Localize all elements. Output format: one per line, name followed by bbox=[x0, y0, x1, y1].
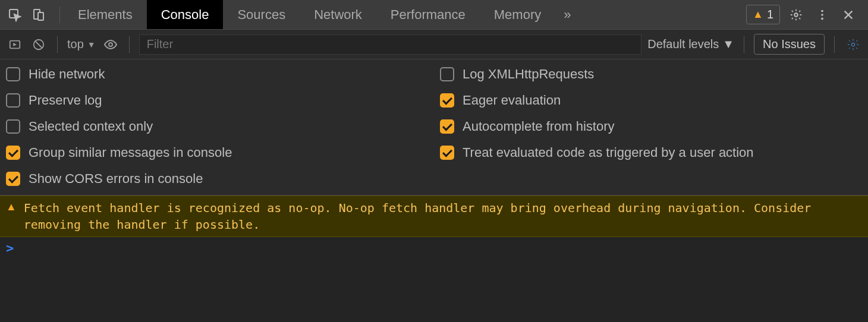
checkbox[interactable] bbox=[440, 67, 454, 81]
setting-label: Eager evaluation bbox=[463, 93, 561, 108]
warning-icon: ▲ bbox=[753, 8, 763, 21]
kebab-menu-icon[interactable] bbox=[812, 5, 832, 25]
setting-selected-context[interactable]: Selected context only bbox=[6, 119, 428, 134]
separator bbox=[59, 7, 60, 23]
separator bbox=[834, 36, 835, 53]
chevron-down-icon: ▼ bbox=[87, 40, 96, 49]
levels-label: Default levels bbox=[647, 37, 719, 51]
devtools-tabbar: Elements Console Sources Network Perform… bbox=[0, 0, 868, 30]
live-expression-icon[interactable] bbox=[102, 36, 119, 53]
setting-label: Treat evaluated code as triggered by a u… bbox=[463, 145, 754, 160]
close-icon[interactable] bbox=[838, 5, 858, 25]
context-label: top bbox=[67, 37, 84, 51]
svg-rect-2 bbox=[38, 12, 43, 20]
separator bbox=[744, 36, 744, 53]
warnings-count: 1 bbox=[767, 8, 773, 21]
log-levels-selector[interactable]: Default levels ▼ bbox=[647, 37, 734, 51]
prompt-caret-icon: > bbox=[6, 241, 14, 255]
clear-console-icon[interactable] bbox=[30, 36, 48, 53]
setting-log-xhr[interactable]: Log XMLHttpRequests bbox=[440, 67, 862, 82]
separator bbox=[129, 36, 130, 53]
checkbox[interactable] bbox=[440, 93, 454, 108]
tabbar-right: ▲ 1 bbox=[746, 5, 863, 25]
filter-input[interactable] bbox=[139, 34, 642, 55]
checkbox[interactable] bbox=[6, 146, 20, 160]
console-prompt[interactable]: > bbox=[0, 237, 868, 259]
checkbox[interactable] bbox=[6, 93, 20, 108]
device-toolbar-icon[interactable] bbox=[29, 5, 49, 25]
tab-console[interactable]: Console bbox=[147, 0, 224, 29]
setting-preserve-log[interactable]: Preserve log bbox=[6, 93, 428, 108]
warning-text: Fetch event handler is recognized as no-… bbox=[24, 200, 862, 233]
setting-hide-network[interactable]: Hide network bbox=[6, 67, 428, 82]
chevron-down-icon: ▼ bbox=[722, 37, 734, 51]
tab-memory[interactable]: Memory bbox=[480, 0, 555, 29]
settings-gear-icon[interactable] bbox=[786, 5, 806, 25]
svg-point-9 bbox=[109, 43, 112, 46]
setting-treat-user-action[interactable]: Treat evaluated code as triggered by a u… bbox=[440, 145, 862, 160]
inspect-element-icon[interactable] bbox=[5, 5, 25, 25]
svg-point-6 bbox=[821, 17, 823, 20]
context-selector[interactable]: top ▼ bbox=[67, 37, 96, 51]
setting-label: Hide network bbox=[29, 67, 105, 82]
setting-eager-eval[interactable]: Eager evaluation bbox=[440, 93, 862, 108]
setting-label: Show CORS errors in console bbox=[29, 171, 203, 187]
tabs-container: Elements Console Sources Network Perform… bbox=[64, 0, 580, 29]
setting-label: Group similar messages in console bbox=[29, 145, 232, 160]
svg-point-5 bbox=[821, 14, 823, 16]
warnings-badge[interactable]: ▲ 1 bbox=[746, 5, 780, 24]
toggle-console-sidebar-icon[interactable] bbox=[6, 36, 24, 53]
svg-point-10 bbox=[851, 43, 855, 46]
tab-elements[interactable]: Elements bbox=[64, 0, 147, 29]
svg-point-3 bbox=[794, 13, 798, 17]
checkbox[interactable] bbox=[6, 67, 20, 81]
console-warning-message: ▲ Fetch event handler is recognized as n… bbox=[0, 195, 868, 237]
tab-sources[interactable]: Sources bbox=[223, 0, 300, 29]
separator bbox=[57, 36, 58, 53]
console-settings-panel: Hide network Log XMLHttpRequests Preserv… bbox=[0, 59, 868, 195]
tab-performance[interactable]: Performance bbox=[376, 0, 480, 29]
setting-label: Preserve log bbox=[29, 93, 102, 108]
setting-cors-errors[interactable]: Show CORS errors in console bbox=[6, 171, 428, 187]
checkbox[interactable] bbox=[440, 146, 454, 160]
setting-group-similar[interactable]: Group similar messages in console bbox=[6, 145, 428, 160]
svg-point-4 bbox=[821, 10, 823, 12]
issues-button[interactable]: No Issues bbox=[754, 34, 825, 55]
warning-icon: ▲ bbox=[6, 200, 17, 214]
console-settings-gear-icon[interactable] bbox=[844, 36, 862, 53]
checkbox[interactable] bbox=[440, 119, 454, 134]
tabs-overflow[interactable]: » bbox=[555, 0, 579, 29]
setting-label: Selected context only bbox=[29, 119, 153, 134]
setting-autocomplete-history[interactable]: Autocomplete from history bbox=[440, 119, 862, 134]
setting-label: Log XMLHttpRequests bbox=[463, 67, 594, 82]
setting-label: Autocomplete from history bbox=[463, 119, 615, 134]
inspect-controls bbox=[5, 5, 56, 25]
console-toolbar: top ▼ Default levels ▼ No Issues bbox=[0, 30, 868, 59]
tab-network[interactable]: Network bbox=[300, 0, 376, 29]
checkbox[interactable] bbox=[6, 119, 20, 134]
checkbox[interactable] bbox=[6, 172, 20, 186]
